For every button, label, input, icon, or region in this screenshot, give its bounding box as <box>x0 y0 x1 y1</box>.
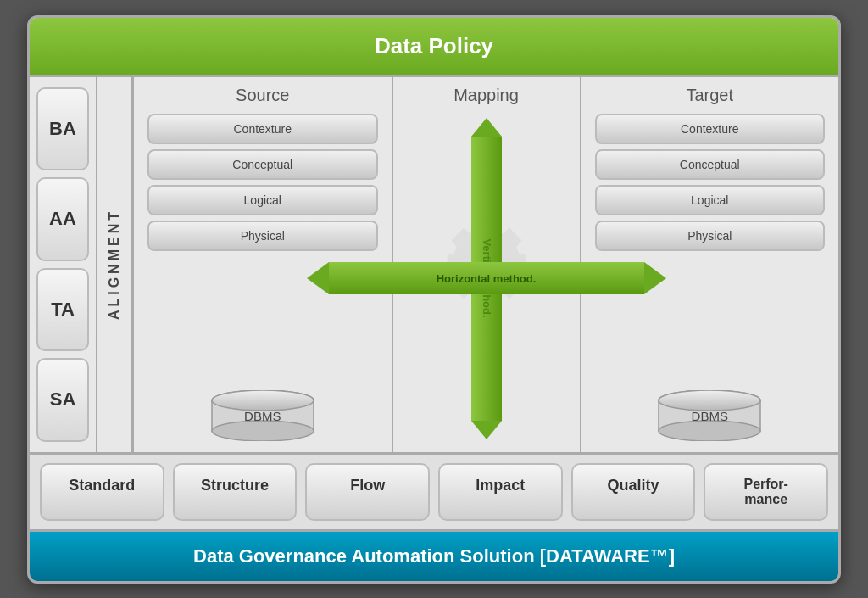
mapping-title: Mapping <box>400 86 573 105</box>
svg-point-6 <box>659 421 760 441</box>
v-arrowhead-top <box>471 118 502 137</box>
svg-point-2 <box>212 421 314 441</box>
source-layers: Contexture Conceptual Logical Physical <box>147 114 378 380</box>
left-section: BA AA TA SA ALIGNMENT <box>30 77 134 452</box>
tab-standard[interactable]: Standard <box>40 463 164 521</box>
alignment-column: ALIGNMENT <box>97 77 131 452</box>
svg-point-3 <box>212 390 314 411</box>
ba-column: BA AA TA SA <box>30 77 97 452</box>
ba-box-ba: BA <box>36 87 89 171</box>
bottom-tabs: Standard Structure Flow Impact Quality P… <box>30 455 838 532</box>
ba-box-ta: TA <box>36 268 89 352</box>
source-layer-logical: Logical <box>147 185 378 215</box>
h-arrow-line: Horizontal method. <box>329 262 644 294</box>
source-dbms: DBMS <box>208 390 318 441</box>
target-dbms-label: DBMS <box>692 409 728 423</box>
target-layer-physical: Physical <box>595 221 826 251</box>
alignment-label: ALIGNMENT <box>107 209 122 320</box>
v-arrowhead-bottom <box>471 421 502 439</box>
target-layers: Contexture Conceptual Logical Physical <box>595 114 826 380</box>
tab-quality[interactable]: Quality <box>571 463 696 521</box>
main-frame: Data Policy BA AA TA SA ALIGNMENT Source… <box>27 15 841 584</box>
ba-box-sa: SA <box>36 358 89 442</box>
h-arrowhead-right <box>644 262 666 294</box>
tab-impact[interactable]: Impact <box>438 463 563 521</box>
source-dbms-container: DBMS <box>147 388 378 444</box>
tab-performance[interactable]: Perfor-mance <box>704 463 828 521</box>
source-title: Source <box>147 86 378 105</box>
source-mapping-target: Source Contexture Conceptual Logical Phy… <box>134 77 838 452</box>
footer-bar: Data Governance Automation Solution [DAT… <box>30 532 838 581</box>
target-layer-conceptual: Conceptual <box>595 149 826 180</box>
target-layer-logical: Logical <box>595 185 826 215</box>
ba-box-aa: AA <box>36 177 89 261</box>
source-dbms-label: DBMS <box>244 409 281 423</box>
source-layer-conceptual: Conceptual <box>147 149 378 180</box>
mapping-section: Mapping Vertical mthod. <box>393 77 580 452</box>
h-arrowhead-left <box>307 262 329 294</box>
target-title: Target <box>595 86 826 105</box>
footer-label: Data Governance Automation Solution [DAT… <box>193 545 675 567</box>
source-layer-contexture: Contexture <box>147 114 378 144</box>
tab-flow[interactable]: Flow <box>305 463 430 521</box>
mapping-inner: Vertical mthod. Horizontal method. <box>400 114 573 444</box>
svg-point-7 <box>659 390 760 411</box>
target-dbms: DBMS <box>654 390 765 441</box>
horizontal-method-label: Horizontal method. <box>437 272 537 285</box>
source-layer-physical: Physical <box>147 221 378 251</box>
tab-structure[interactable]: Structure <box>173 463 298 521</box>
main-content: BA AA TA SA ALIGNMENT Source Contexture … <box>30 77 838 455</box>
target-layer-contexture: Contexture <box>595 114 826 144</box>
target-dbms-container: DBMS <box>595 388 826 444</box>
data-policy-title: Data Policy <box>375 33 493 59</box>
data-policy-header: Data Policy <box>30 18 838 77</box>
horizontal-arrow: Horizontal method. <box>307 262 666 294</box>
